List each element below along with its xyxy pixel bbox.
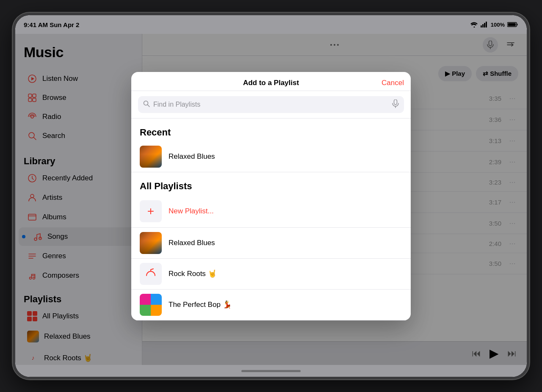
modal-search-area bbox=[131, 91, 411, 119]
playlist-rock-roots[interactable]: Rock Roots 🤘 bbox=[131, 259, 411, 290]
rock-roots-art bbox=[140, 263, 162, 285]
svg-rect-33 bbox=[394, 99, 397, 105]
recent-section-title: Recent bbox=[131, 119, 411, 141]
ipad-screen: 9:41 AM Sun Apr 2 100% bbox=[15, 15, 527, 377]
playlist-name: Relaxed Blues bbox=[169, 239, 215, 247]
new-playlist-label: New Playlist... bbox=[169, 207, 214, 215]
playlist-name: Rock Roots 🤘 bbox=[169, 269, 217, 278]
playlist-relaxed-blues[interactable]: Relaxed Blues bbox=[131, 228, 411, 259]
modal-search-icon bbox=[143, 100, 150, 109]
modal-body: Recent Relaxed Blues All Playlists + New… bbox=[131, 119, 411, 320]
ipad-shell: 9:41 AM Sun Apr 2 100% bbox=[13, 13, 529, 379]
relaxed-blues-art bbox=[140, 232, 162, 254]
modal-header: Add to a Playlist Cancel bbox=[131, 72, 411, 91]
modal-title: Add to a Playlist bbox=[243, 79, 299, 87]
find-in-playlists-input[interactable] bbox=[153, 101, 389, 108]
recent-relaxed-blues-item[interactable]: Relaxed Blues bbox=[131, 141, 411, 172]
modal-cancel-button[interactable]: Cancel bbox=[382, 79, 404, 87]
playlist-perfect-bop[interactable]: The Perfect Bop 💃 bbox=[131, 290, 411, 320]
new-playlist-button[interactable]: + New Playlist... bbox=[131, 195, 411, 228]
recent-thumb bbox=[140, 146, 162, 168]
svg-line-36 bbox=[151, 269, 153, 270]
new-playlist-icon: + bbox=[140, 200, 162, 222]
modal-mic-icon[interactable] bbox=[392, 99, 399, 110]
add-to-playlist-modal: Add to a Playlist Cancel bbox=[131, 72, 411, 320]
playlist-name: The Perfect Bop 💃 bbox=[169, 300, 232, 309]
all-playlists-section-title: All Playlists bbox=[131, 172, 411, 195]
modal-search-box bbox=[138, 96, 404, 113]
rock-roots-music-icon bbox=[145, 267, 157, 281]
svg-line-32 bbox=[148, 105, 150, 107]
perfect-bop-art bbox=[140, 294, 162, 316]
recent-playlist-name: Relaxed Blues bbox=[169, 152, 215, 161]
modal-overlay: Add to a Playlist Cancel bbox=[15, 15, 527, 377]
